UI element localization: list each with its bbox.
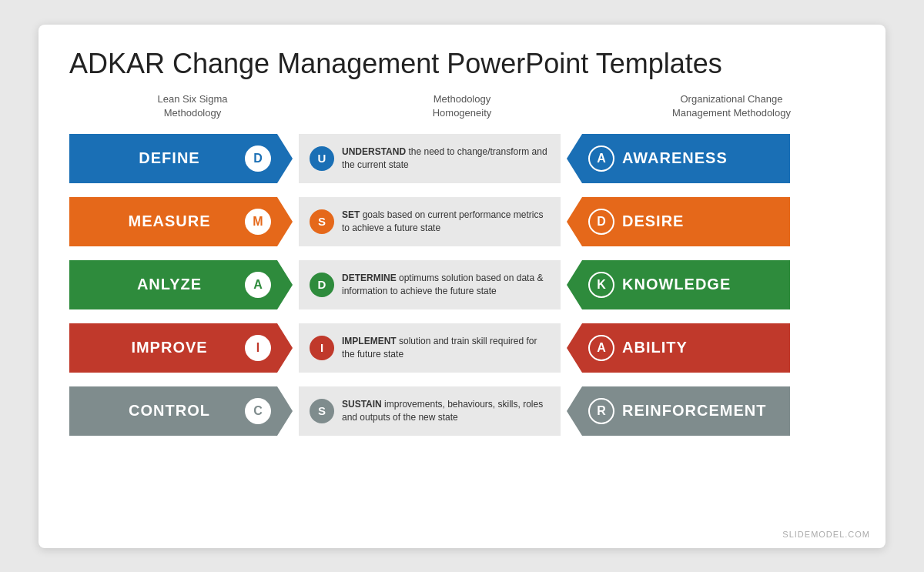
right-label: DESIRE [622, 212, 684, 230]
right-label: ABILITY [622, 339, 688, 356]
mid-text: IMPLEMENT solution and train skill requi… [342, 335, 550, 361]
col-header-center: MethodologyHomogeneity [331, 92, 593, 120]
left-circle-letter: C [245, 398, 271, 424]
col-header-right: Organizational ChangeManagement Methodol… [616, 92, 847, 120]
right-arrow-reinforcement: RREINFORCEMENT [567, 386, 790, 436]
middle-section: IIMPLEMENT solution and train skill requ… [299, 323, 561, 373]
table-row: CONTROLCSSUSTAIN improvements, behaviour… [69, 382, 855, 440]
mid-circle: U [310, 146, 334, 171]
right-arrow-awareness: AAWARENESS [567, 134, 790, 183]
mid-text: SUSTAIN improvements, behaviours, skills… [342, 398, 550, 424]
left-circle-letter: D [245, 146, 271, 172]
table-row: MEASUREMSSET goals based on current perf… [69, 192, 855, 251]
mid-circle: D [310, 273, 334, 297]
right-label: REINFORCEMENT [622, 402, 766, 420]
mid-text: DETERMINE optimums solution based on dat… [342, 272, 550, 298]
watermark: SLIDEMODEL.COM [782, 530, 870, 539]
slide-title: ADKAR Change Management PowerPoint Templ… [69, 48, 855, 80]
right-circle-letter: A [588, 335, 614, 361]
left-label: CONTROL [129, 402, 210, 420]
left-arrow-anlyze: ANLYZEA [69, 260, 293, 309]
middle-section: SSUSTAIN improvements, behaviours, skill… [299, 386, 561, 436]
left-arrow-control: CONTROLC [69, 386, 293, 436]
left-circle-letter: A [245, 272, 271, 298]
left-arrow-improve: IMPROVEI [69, 323, 293, 373]
table-row: IMPROVEIIIMPLEMENT solution and train sk… [69, 319, 855, 377]
col-header-left: Lean Six SigmaMethodology [77, 92, 308, 120]
right-circle-letter: K [588, 272, 614, 298]
slide: ADKAR Change Management PowerPoint Templ… [38, 25, 886, 548]
table-row: ANLYZEADDETERMINE optimums solution base… [69, 256, 855, 314]
mid-circle: S [310, 209, 334, 234]
right-circle-letter: A [588, 146, 614, 172]
left-arrow-measure: MEASUREM [69, 197, 293, 246]
mid-text: SET goals based on current performance m… [342, 209, 550, 235]
right-label: AWARENESS [622, 149, 728, 167]
left-arrow-define: DEFINED [69, 134, 293, 183]
left-label: IMPROVE [131, 339, 207, 356]
right-label: KNOWLEDGE [622, 276, 731, 293]
table-row: DEFINEDUUNDERSTAND the need to change/tr… [69, 129, 855, 188]
mid-text: UNDERSTAND the need to change/transform … [342, 146, 550, 172]
right-arrow-knowledge: KKNOWLEDGE [567, 260, 790, 309]
left-label: DEFINE [139, 149, 199, 167]
right-arrow-ability: AABILITY [567, 323, 790, 373]
left-circle-letter: M [245, 209, 271, 235]
rows-container: DEFINEDUUNDERSTAND the need to change/tr… [69, 129, 855, 440]
middle-section: SSET goals based on current performance … [299, 197, 561, 246]
middle-section: UUNDERSTAND the need to change/transform… [299, 134, 561, 183]
mid-circle: I [310, 336, 334, 360]
right-arrow-desire: DDESIRE [567, 197, 790, 246]
mid-circle: S [310, 399, 334, 423]
right-circle-letter: D [588, 209, 614, 235]
left-circle-letter: I [245, 335, 271, 361]
right-circle-letter: R [588, 398, 614, 424]
column-headers: Lean Six SigmaMethodology MethodologyHom… [69, 92, 855, 120]
middle-section: DDETERMINE optimums solution based on da… [299, 260, 561, 309]
left-label: MEASURE [128, 212, 210, 230]
left-label: ANLYZE [137, 276, 202, 293]
